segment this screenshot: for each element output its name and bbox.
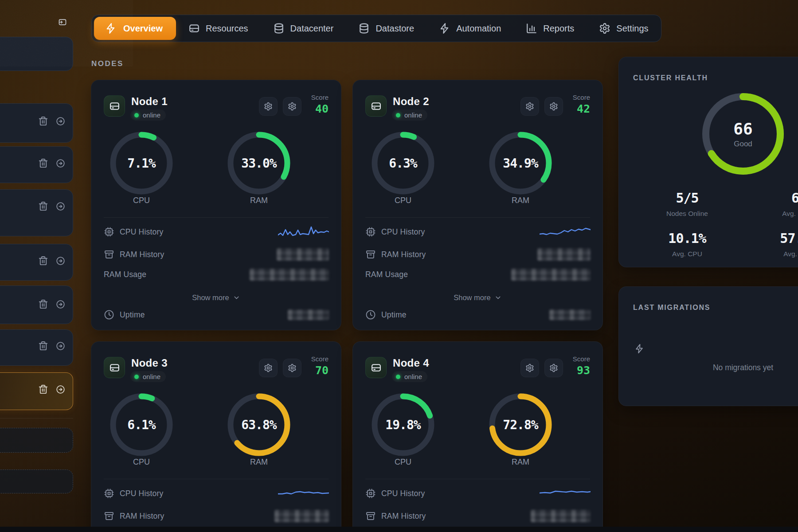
cpu-history-sparkline <box>540 224 591 239</box>
migrations-empty-text: No migrations yet <box>654 363 798 372</box>
node-config-button[interactable] <box>283 97 301 116</box>
cpu-gauge-label: CPU <box>108 196 175 205</box>
node-settings-button[interactable] <box>520 97 539 116</box>
ram-gauge-value: 72.8% <box>487 391 554 458</box>
score-label: Score <box>573 355 590 363</box>
sidebar-divider <box>0 418 73 419</box>
node-card-2: Node 2 online Score 42 6.3% 34.9% CPU RA… <box>352 80 603 330</box>
sidebar-row[interactable] <box>0 103 73 143</box>
arrow-right-circle-icon[interactable] <box>56 300 65 309</box>
folder-input-icon[interactable] <box>58 18 67 27</box>
clock-icon <box>104 309 114 320</box>
sidebar-placeholder-slot[interactable] <box>0 469 73 493</box>
uptime-row: Uptime <box>365 308 591 321</box>
database-icon <box>273 23 285 34</box>
cpu-history-row: CPU History <box>365 224 591 239</box>
sidebar-row[interactable] <box>0 244 73 281</box>
show-more-button[interactable]: Show more <box>91 291 341 304</box>
node-settings-button[interactable] <box>259 97 278 116</box>
chevron-down-icon <box>494 294 502 301</box>
card-divider <box>104 217 329 218</box>
cpu-gauge-label: CPU <box>370 458 436 467</box>
trash-icon[interactable] <box>38 158 48 168</box>
cpu-gauge: 6.3% <box>370 130 436 196</box>
ram-gauge: 63.8% <box>226 391 292 458</box>
redacted-value <box>537 248 591 261</box>
trash-icon[interactable] <box>38 201 48 211</box>
chart-icon <box>526 23 537 34</box>
sidebar-row[interactable] <box>0 146 73 183</box>
nav-item-automation[interactable]: Automation <box>439 23 501 34</box>
ram-gauge: 34.9% <box>487 130 554 196</box>
trash-icon[interactable] <box>38 299 48 309</box>
node-config-button[interactable] <box>544 97 563 116</box>
arrow-right-circle-icon[interactable] <box>56 117 65 126</box>
arrow-right-circle-icon[interactable] <box>56 159 65 168</box>
nav-item-datacenter[interactable]: Datacenter <box>273 23 334 34</box>
archive-icon <box>104 511 114 521</box>
top-nav: OverviewResourcesDatacenterDatastoreAuto… <box>91 15 661 42</box>
trash-icon[interactable] <box>38 116 48 126</box>
node-status-badge: online <box>130 110 166 121</box>
ram-history-row: RAM History <box>365 509 591 524</box>
sidebar-placeholder-slot[interactable] <box>0 428 73 453</box>
arrow-right-circle-icon[interactable] <box>56 341 65 351</box>
server-icon <box>365 357 387 378</box>
node-name: Node 2 <box>393 95 429 108</box>
node-settings-button[interactable] <box>520 359 539 377</box>
nav-item-settings[interactable]: Settings <box>599 23 648 34</box>
window-bottom-edge <box>0 527 798 532</box>
cpu-icon <box>365 227 376 237</box>
zap-icon <box>439 23 450 34</box>
arrow-right-circle-icon[interactable] <box>56 202 65 211</box>
cpu-gauge-label: CPU <box>370 196 436 205</box>
dashboard-root: { "nav": { "items": [ { "label": "Overvi… <box>0 0 798 532</box>
redacted-value <box>274 510 329 522</box>
nav-item-overview[interactable]: Overview <box>94 17 176 40</box>
sidebar-row[interactable] <box>0 189 73 236</box>
archive-icon <box>104 249 114 260</box>
nav-item-label: Overview <box>123 23 163 34</box>
cluster-stat-avg-score: 66Avg. Score <box>743 190 798 218</box>
cpu-icon <box>104 488 114 499</box>
trash-icon[interactable] <box>38 256 48 266</box>
node-status-badge: online <box>392 371 427 382</box>
nav-item-datastore[interactable]: Datastore <box>358 23 414 34</box>
cluster-health-score: 66 <box>733 120 752 138</box>
score-label: Score <box>311 94 329 101</box>
gear-icon <box>599 23 610 34</box>
sidebar-row-selected[interactable] <box>0 372 73 410</box>
arrow-right-circle-icon[interactable] <box>56 385 65 394</box>
node-config-button[interactable] <box>544 359 563 377</box>
cluster-stat-label: Avg. CPU <box>631 250 743 258</box>
nav-item-reports[interactable]: Reports <box>526 23 574 34</box>
sidebar-row[interactable] <box>0 329 73 366</box>
nav-item-label: Reports <box>543 23 574 34</box>
trash-icon[interactable] <box>38 384 48 395</box>
nav-item-resources[interactable]: Resources <box>188 23 248 34</box>
node-settings-button[interactable] <box>259 359 278 377</box>
ram-usage-label: RAM Usage <box>365 270 408 279</box>
cpu-history-label: CPU History <box>381 489 425 498</box>
cluster-health-card: CLUSTER HEALTH 66 Good 5/5Nodes Online66… <box>618 57 798 267</box>
chevron-down-icon <box>233 294 240 301</box>
node-config-button[interactable] <box>283 359 301 377</box>
database-icon <box>358 23 370 34</box>
nodes-section-label: NODES <box>91 59 124 68</box>
cpu-history-label: CPU History <box>120 227 163 237</box>
show-more-button[interactable]: Show more <box>353 291 602 304</box>
cpu-gauge: 6.1% <box>108 391 175 458</box>
trash-icon[interactable] <box>38 341 48 351</box>
online-dot-icon <box>396 375 400 379</box>
cpu-gauge: 19.8% <box>370 391 436 458</box>
redacted-value <box>549 309 591 320</box>
cluster-stat-avg-cpu: 10.1%Avg. CPU <box>631 231 743 258</box>
score-value: 93 <box>573 364 590 377</box>
arrow-right-circle-icon[interactable] <box>56 256 65 266</box>
ram-history-label: RAM History <box>381 250 426 259</box>
sidebar-row[interactable] <box>0 286 73 324</box>
card-divider <box>104 479 329 479</box>
nav-item-label: Datastore <box>376 23 414 34</box>
ram-history-row: RAM History <box>104 247 329 262</box>
ram-history-label: RAM History <box>120 250 164 259</box>
